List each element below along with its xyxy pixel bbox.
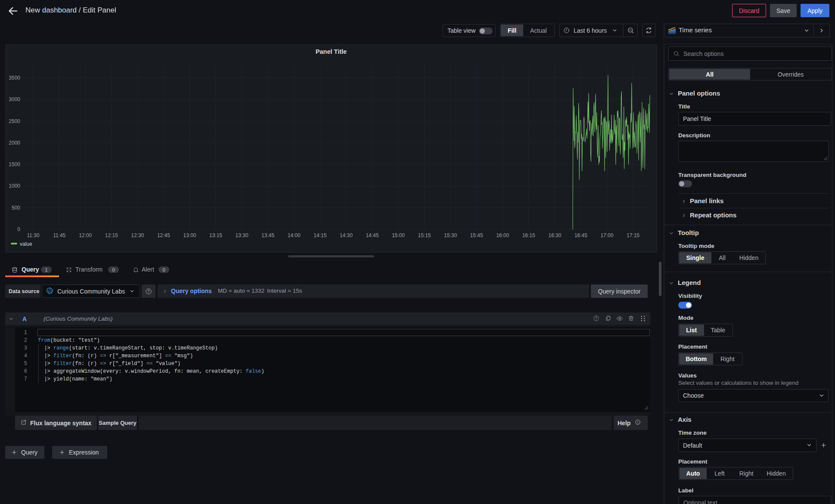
svg-text:value: value	[20, 241, 32, 247]
svg-text:16:30: 16:30	[548, 232, 561, 238]
svg-text:3500: 3500	[9, 75, 20, 81]
svg-text:12:00: 12:00	[79, 232, 92, 238]
svg-text:14:30: 14:30	[340, 232, 353, 238]
svg-text:13:00: 13:00	[183, 232, 196, 238]
svg-text:15:30: 15:30	[444, 232, 457, 238]
svg-text:11:45: 11:45	[53, 232, 65, 238]
svg-text:500: 500	[12, 205, 20, 211]
svg-text:13:15: 13:15	[209, 232, 222, 238]
svg-text:3000: 3000	[9, 96, 20, 102]
svg-text:15:00: 15:00	[392, 232, 405, 238]
svg-text:11:30: 11:30	[27, 232, 40, 238]
svg-text:12:30: 12:30	[131, 232, 144, 238]
svg-text:16:45: 16:45	[574, 232, 587, 238]
svg-text:17:15: 17:15	[627, 232, 639, 238]
svg-text:1500: 1500	[9, 161, 20, 167]
svg-text:15:15: 15:15	[418, 232, 431, 238]
svg-text:15:45: 15:45	[470, 232, 483, 238]
svg-text:2000: 2000	[9, 140, 20, 146]
svg-text:2500: 2500	[9, 118, 20, 124]
svg-text:14:00: 14:00	[288, 232, 301, 238]
svg-text:13:30: 13:30	[236, 232, 248, 238]
svg-text:13:45: 13:45	[261, 232, 274, 238]
svg-text:12:45: 12:45	[157, 232, 170, 238]
svg-text:16:15: 16:15	[522, 232, 535, 238]
svg-text:1000: 1000	[9, 183, 20, 189]
svg-text:14:45: 14:45	[366, 232, 379, 238]
svg-text:17:00: 17:00	[600, 232, 613, 238]
svg-text:16:00: 16:00	[496, 232, 509, 238]
svg-text:0: 0	[17, 226, 20, 232]
svg-text:14:15: 14:15	[314, 232, 326, 238]
svg-text:12:15: 12:15	[105, 232, 118, 238]
